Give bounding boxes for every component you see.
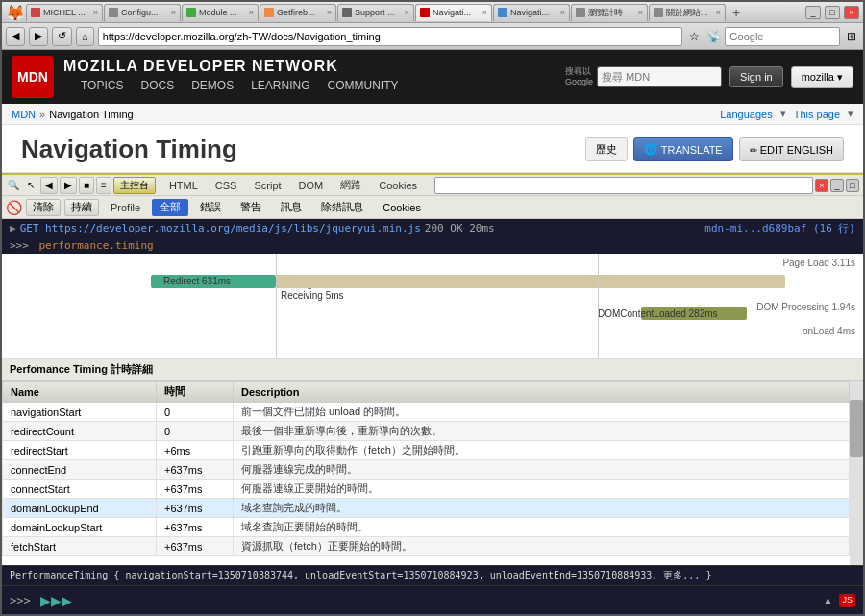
profile-tab[interactable]: Profile	[103, 199, 148, 216]
url-bar[interactable]	[98, 27, 682, 46]
translate-button[interactable]: 🌐 TRANSLATE	[633, 137, 733, 161]
nav-demos[interactable]: DEMOS	[184, 75, 241, 96]
browser-tab-6[interactable]: Navigati... ×	[415, 4, 492, 21]
tab-close[interactable]: ×	[327, 8, 332, 17]
table-row: connectStart +637ms 何服器連線正要開始的時間。	[3, 480, 850, 499]
nav-topics[interactable]: TOPICS	[73, 75, 131, 96]
browser-tab-4[interactable]: Getfireb... ×	[260, 4, 336, 21]
clear-icon[interactable]: 🚫	[6, 200, 22, 215]
table-row: connectEnd +637ms 何服器連線完成的時間。	[3, 460, 850, 480]
console-value: performance.timing	[39, 239, 154, 252]
minimize-button[interactable]: _	[805, 6, 821, 19]
bookmark-icon[interactable]: ☆	[686, 29, 702, 44]
browser-tab-9[interactable]: 關於網站... ×	[649, 4, 726, 21]
tab-close[interactable]: ×	[171, 8, 176, 17]
separator-1	[276, 254, 277, 358]
breadcrumb-mdn[interactable]: MDN	[12, 109, 36, 120]
devtools-nav: ◀ ▶ ■ ≡	[40, 177, 111, 194]
devtools-tab-script[interactable]: Script	[246, 177, 288, 194]
network-link[interactable]: mdn-mi...d689baf (16 行)	[704, 221, 855, 235]
devtools-stop-btn[interactable]: ■	[79, 177, 94, 194]
browser-tab-8[interactable]: 瀏覽計時 ×	[571, 4, 648, 21]
grid-icon[interactable]: ⊞	[844, 29, 859, 44]
cookies-console-tab[interactable]: Cookies	[375, 199, 429, 216]
home-button[interactable]: ⌂	[76, 27, 94, 46]
signin-button[interactable]: Sign in	[729, 66, 783, 87]
tab-close[interactable]: ×	[93, 8, 98, 17]
forward-button[interactable]: ▶	[29, 27, 48, 46]
info-tab[interactable]: 訊息	[273, 199, 309, 216]
devtools-inspect-icon[interactable]: 🔍	[6, 178, 21, 193]
scrollbar-thumb[interactable]	[850, 400, 863, 457]
back-button[interactable]: ◀	[6, 27, 25, 46]
devtools-tab-cookies[interactable]: Cookies	[371, 177, 425, 194]
this-page-link[interactable]: This page	[794, 109, 840, 120]
row-name: redirectStart	[3, 441, 157, 460]
nav-learning[interactable]: LEARNING	[243, 75, 317, 96]
mozilla-button[interactable]: mozilla ▾	[791, 66, 853, 88]
edit-button[interactable]: ✏ EDIT ENGLISH	[739, 137, 844, 161]
tab-label: Configu...	[121, 8, 168, 17]
perf-timing-table: Name 時間 Description navigationStart 0 前一…	[2, 381, 850, 556]
persist-button[interactable]: 持續	[64, 199, 99, 216]
row-desc: 何服器連線完成的時間。	[234, 460, 850, 480]
devtools-tab-html[interactable]: HTML	[161, 177, 206, 194]
nav-community[interactable]: COMMUNITY	[320, 75, 407, 96]
devtools-close-btn-gray1[interactable]: _	[830, 179, 844, 192]
devtools-panel-button[interactable]: 主控台	[113, 177, 156, 194]
scrollbar[interactable]	[850, 381, 863, 565]
close-button[interactable]: ×	[844, 6, 859, 19]
browser-tab-7[interactable]: Navigati... ×	[493, 4, 570, 21]
console-prompt: >>>	[10, 239, 29, 252]
warnings-tab[interactable]: 警告	[233, 199, 269, 216]
devtools-more-btn[interactable]: ≡	[96, 177, 111, 194]
tab-close[interactable]: ×	[249, 8, 254, 17]
devtools-tab-css[interactable]: CSS	[208, 177, 245, 194]
languages-link[interactable]: Languages	[720, 109, 772, 120]
tab-favicon	[654, 8, 663, 17]
devtools-tab-network[interactable]: 網路	[333, 177, 369, 194]
devtools-close-btn-gray2[interactable]: □	[846, 179, 859, 192]
nav-docs[interactable]: DOCS	[133, 75, 182, 96]
debug-tab[interactable]: 除錯訊息	[313, 199, 371, 216]
new-tab-button[interactable]: +	[727, 4, 746, 21]
browser-tab-1[interactable]: MICHEL ... ×	[26, 4, 103, 21]
all-tab[interactable]: 全部	[152, 199, 188, 216]
edit-icon: ✏	[750, 145, 757, 156]
errors-tab[interactable]: 錯誤	[192, 199, 229, 216]
tab-close[interactable]: ×	[405, 8, 409, 17]
devtools-tab-dom[interactable]: DOM	[291, 177, 332, 194]
breadcrumb-lang-bar: Languages ▾ This page ▾	[720, 108, 853, 120]
footer-up-icon[interactable]: ▲	[823, 594, 834, 607]
devtools-back-btn[interactable]: ◀	[40, 177, 58, 194]
reload-button[interactable]: ↺	[52, 27, 72, 46]
network-request-row[interactable]: ▶ GET https://developer.mozilla.org/medi…	[2, 219, 863, 237]
search-input[interactable]	[725, 27, 840, 46]
rss-icon[interactable]: 📡	[705, 29, 721, 44]
footer-run-icon[interactable]: ▶▶▶	[40, 593, 72, 608]
row-name: redirectCount	[3, 422, 157, 441]
tab-favicon	[420, 8, 430, 17]
row-name: navigationStart	[3, 403, 157, 422]
mdn-search-input[interactable]	[597, 66, 722, 87]
tab-close[interactable]: ×	[482, 8, 487, 17]
devtools-pointer-icon[interactable]: ↖	[23, 178, 38, 193]
perf-table-container: Name 時間 Description navigationStart 0 前一…	[2, 381, 863, 565]
maximize-button[interactable]: □	[825, 6, 840, 19]
devtools-search-input[interactable]	[434, 177, 813, 194]
mdn-logo-text: MDN	[17, 69, 48, 85]
devtools-forward-btn[interactable]: ▶	[60, 177, 77, 194]
footer-js-icon[interactable]: JS	[839, 594, 855, 607]
tab-close[interactable]: ×	[716, 8, 721, 17]
tab-favicon	[186, 8, 196, 17]
browser-tab-2[interactable]: Configu... ×	[104, 4, 181, 21]
browser-tab-3[interactable]: Module ... ×	[182, 4, 259, 21]
history-button[interactable]: 歷史	[585, 137, 628, 161]
tab-close[interactable]: ×	[560, 8, 565, 17]
devtools-close-btn-red[interactable]: ×	[815, 179, 828, 192]
browser-tab-5[interactable]: Support ... ×	[337, 4, 414, 21]
tab-close[interactable]: ×	[638, 8, 643, 17]
breadcrumb-lang-sep: ▾	[780, 108, 786, 120]
footer-input[interactable]	[78, 594, 817, 606]
clear-button[interactable]: 清除	[26, 199, 61, 216]
